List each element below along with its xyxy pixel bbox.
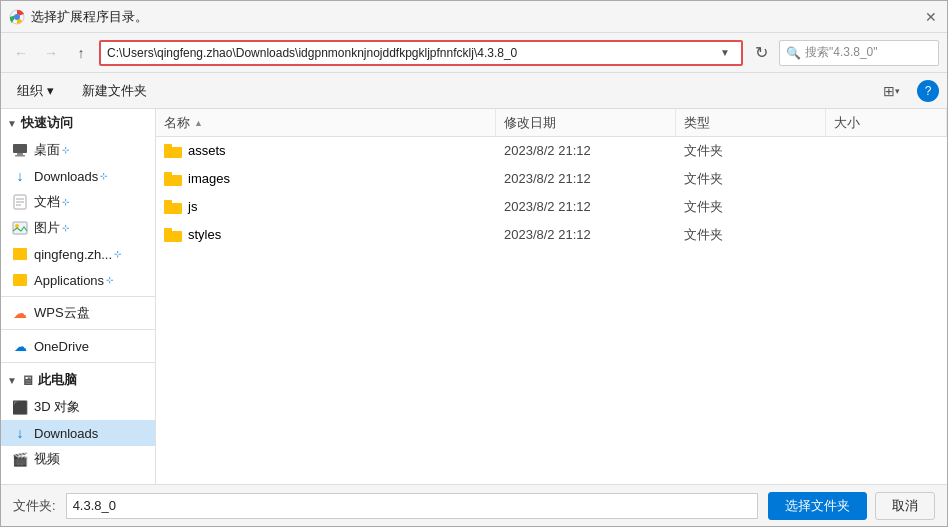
file-name: styles [188,227,221,242]
sidebar-item-3d[interactable]: ⬛ 3D 对象 [1,394,155,420]
qingfeng-icon [11,245,29,263]
svg-rect-3 [17,153,23,155]
sidebar: ▼ 快速访问 桌面 ⊹ ↓ Downloads ⊹ [1,109,156,484]
quick-access-chevron: ▼ [7,118,17,129]
desktop-icon [11,141,29,159]
address-box[interactable]: C:\Users\qingfeng.zhao\Downloads\idgpnmo… [99,40,743,66]
address-bar-row: ← → ↑ C:\Users\qingfeng.zhao\Downloads\i… [1,33,947,73]
view-dropdown: ▾ [895,86,900,96]
new-folder-button[interactable]: 新建文件夹 [74,78,155,104]
file-area: 名称 ▲ 修改日期 类型 大小 assets 2023/8/2 [156,109,947,484]
divider-2 [1,329,155,330]
sidebar-item-documents[interactable]: 文档 ⊹ [1,189,155,215]
downloads-pin: ⊹ [100,171,108,181]
sidebar-item-downloads[interactable]: ↓ Downloads ⊹ [1,163,155,189]
file-list-body: assets 2023/8/2 21:12 文件夹 images 2023/8/… [156,137,947,484]
3d-label: 3D 对象 [34,398,80,416]
sidebar-item-qingfeng[interactable]: qingfeng.zh... ⊹ [1,241,155,267]
col-date-label: 修改日期 [504,114,556,132]
folder-input[interactable] [66,493,758,519]
divider-3 [1,362,155,363]
title-bar-left: 选择扩展程序目录。 [9,8,148,26]
main-area: ▼ 快速访问 桌面 ⊹ ↓ Downloads ⊹ [1,109,947,484]
sidebar-item-pictures[interactable]: 图片 ⊹ [1,215,155,241]
col-size-header[interactable]: 大小 [826,109,947,136]
sidebar-item-desktop[interactable]: 桌面 ⊹ [1,137,155,163]
table-row[interactable]: assets 2023/8/2 21:12 文件夹 [156,137,947,165]
title-bar: 选择扩展程序目录。 ✕ [1,1,947,33]
search-icon: 🔍 [786,46,801,60]
col-date-header[interactable]: 修改日期 [496,109,676,136]
table-row[interactable]: styles 2023/8/2 21:12 文件夹 [156,221,947,249]
bottom-actions: 选择文件夹 取消 [768,492,935,520]
file-date-cell: 2023/8/2 21:12 [496,137,676,164]
documents-icon [11,193,29,211]
file-name-cell: images [156,165,496,192]
pc-icon: 🖥 [21,373,34,388]
up-button[interactable]: ↑ [69,41,93,65]
search-text: 搜索"4.3.8_0" [805,44,878,61]
videos-label: 视频 [34,450,60,468]
pictures-icon [11,219,29,237]
folder-icon [164,200,182,214]
organize-button[interactable]: 组织 ▾ [9,78,62,104]
onedrive-label: OneDrive [34,339,89,354]
cancel-button[interactable]: 取消 [875,492,935,520]
svg-point-1 [14,14,20,20]
sidebar-item-wps[interactable]: ☁ WPS云盘 [1,300,155,326]
view-button[interactable]: ⊞ ▾ [877,78,905,104]
sidebar-item-applications[interactable]: Applications ⊹ [1,267,155,293]
quick-access-group[interactable]: ▼ 快速访问 [1,109,155,137]
folder-label: 文件夹: [13,497,56,515]
file-name-cell: js [156,193,496,220]
col-size-label: 大小 [834,114,860,132]
this-pc-chevron: ▼ [7,375,17,386]
select-folder-button[interactable]: 选择文件夹 [768,492,867,520]
this-pc-group[interactable]: ▼ 🖥 此电脑 [1,366,155,394]
help-button[interactable]: ? [917,80,939,102]
file-name-cell: styles [156,221,496,248]
search-box[interactable]: 🔍 搜索"4.3.8_0" [779,40,939,66]
organize-arrow: ▾ [47,83,54,98]
forward-button[interactable]: → [39,41,63,65]
back-button[interactable]: ← [9,41,33,65]
sidebar-item-videos[interactable]: 🎬 视频 [1,446,155,472]
wps-icon: ☁ [11,304,29,322]
svg-rect-12 [13,274,27,286]
file-list-header: 名称 ▲ 修改日期 类型 大小 [156,109,947,137]
3d-icon: ⬛ [11,398,29,416]
sidebar-item-onedrive[interactable]: ☁ OneDrive [1,333,155,359]
videos-icon: 🎬 [11,450,29,468]
svg-rect-4 [15,155,25,157]
file-type-cell: 文件夹 [676,221,826,248]
bottom-bar: 文件夹: 选择文件夹 取消 [1,484,947,526]
pictures-label: 图片 [34,219,60,237]
col-type-header[interactable]: 类型 [676,109,826,136]
documents-pin: ⊹ [62,197,70,207]
quick-access-label: 快速访问 [21,114,73,132]
downloads-pc-label: Downloads [34,426,98,441]
table-row[interactable]: images 2023/8/2 21:12 文件夹 [156,165,947,193]
desktop-label: 桌面 [34,141,60,159]
folder-icon [164,172,182,186]
title-text: 选择扩展程序目录。 [31,8,148,26]
divider-1 [1,296,155,297]
table-row[interactable]: js 2023/8/2 21:12 文件夹 [156,193,947,221]
col-name-header[interactable]: 名称 ▲ [156,109,496,136]
col-type-label: 类型 [684,114,710,132]
applications-pin: ⊹ [106,275,114,285]
file-size-cell [826,137,947,164]
file-size-cell [826,165,947,192]
sidebar-item-downloads-pc[interactable]: ↓ Downloads [1,420,155,446]
refresh-button[interactable]: ↻ [749,41,773,65]
file-name: js [188,199,197,214]
close-button[interactable]: ✕ [923,9,939,25]
organize-label: 组织 [17,82,43,100]
address-dropdown-button[interactable]: ▼ [715,42,735,64]
qingfeng-label: qingfeng.zh... [34,247,112,262]
col-name-label: 名称 [164,114,190,132]
applications-label: Applications [34,273,104,288]
documents-label: 文档 [34,193,60,211]
view-icon: ⊞ [883,83,895,99]
app-icon [9,9,25,25]
